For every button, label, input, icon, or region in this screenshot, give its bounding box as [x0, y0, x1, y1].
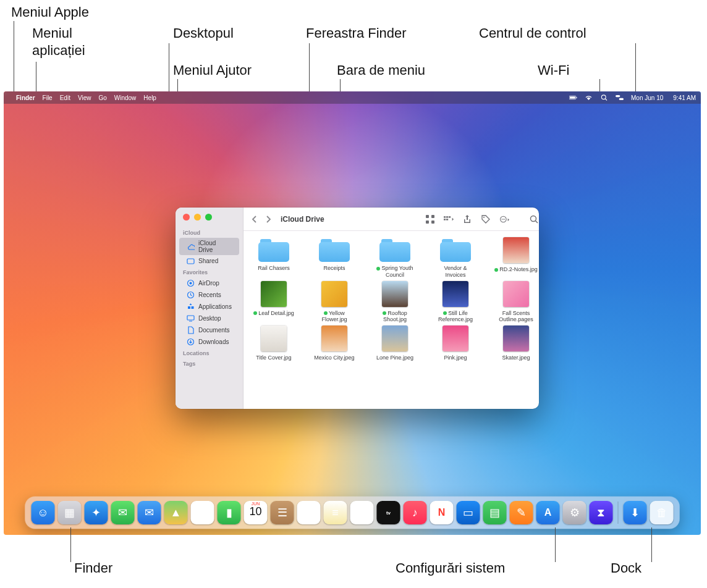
folder-icon	[379, 237, 410, 262]
menubar-date[interactable]: Mon Jun 10	[631, 94, 663, 101]
group-button[interactable]	[444, 214, 454, 224]
callout-wifi: Wi-Fi	[538, 62, 569, 79]
dock-trash[interactable]: 🗑	[650, 501, 674, 524]
dock-keynote[interactable]: ▭	[457, 501, 480, 524]
dock-settings[interactable]: ⚙	[563, 501, 586, 524]
tag-button[interactable]	[481, 214, 491, 224]
dock-notes[interactable]: ≡	[324, 501, 347, 524]
dock-mail[interactable]: ✉	[138, 501, 161, 524]
dock-separator	[618, 502, 619, 524]
svg-rect-16	[426, 220, 429, 224]
tag-dot	[376, 267, 380, 271]
thumbnail-icon	[321, 281, 347, 307]
battery-icon[interactable]	[569, 94, 577, 101]
window-title: iCloud Drive	[281, 215, 324, 224]
dock-reminders[interactable]: ☰	[297, 501, 321, 524]
file-item[interactable]: Still Life Reference.jpg	[434, 281, 477, 324]
tag-dot	[443, 311, 447, 315]
dock-screentime[interactable]: ⧗	[590, 501, 613, 524]
sidebar-item-label: Documents	[198, 327, 230, 334]
traffic-lights	[183, 214, 212, 220]
menubar-time[interactable]: 9:41 AM	[673, 94, 696, 101]
sidebar-item-desktop[interactable]: Desktop	[179, 313, 239, 324]
sidebar-item-label: Recents	[198, 292, 221, 298]
file-name: Yellow Flower.jpg	[313, 310, 356, 324]
dock-music[interactable]: ♪	[404, 501, 427, 524]
file-item[interactable]: Yellow Flower.jpg	[313, 281, 356, 324]
sidebar-item-downloads[interactable]: Downloads	[179, 336, 239, 348]
dock-contacts[interactable]: ☰	[271, 501, 294, 524]
doc-icon	[187, 326, 195, 334]
spotlight-icon[interactable]	[600, 94, 608, 101]
svg-point-23	[483, 217, 485, 218]
file-item[interactable]: Lone Pine.jpeg	[373, 326, 417, 361]
search-button[interactable]	[529, 214, 539, 224]
back-button[interactable]	[251, 216, 258, 223]
control-center-icon[interactable]	[616, 94, 624, 101]
more-button[interactable]	[499, 214, 509, 224]
minimize-button[interactable]	[194, 214, 201, 220]
file-item[interactable]: Fall Scents Outline.pages	[494, 281, 538, 324]
dock-maps[interactable]: ▲	[164, 501, 188, 524]
file-item[interactable]: Vendor & Invoices	[434, 237, 477, 279]
tag-dot	[383, 311, 386, 315]
callout-apple-menu: Meniul Apple	[11, 4, 89, 21]
callout-desktop: Desktopul	[173, 25, 234, 42]
file-item[interactable]: Mexico City.jpeg	[313, 326, 356, 361]
dock-facetime[interactable]: ▮	[218, 501, 241, 524]
down-icon	[187, 338, 195, 346]
menu-go[interactable]: Go	[98, 94, 106, 101]
menu-file[interactable]: File	[43, 94, 53, 101]
dock-numbers[interactable]: ▤	[483, 501, 507, 524]
zoom-button[interactable]	[205, 214, 212, 220]
view-icons-button[interactable]	[425, 214, 435, 224]
svg-rect-1	[570, 96, 575, 98]
dock-tv[interactable]: tv	[377, 501, 400, 524]
dock-finder[interactable]: ☺	[32, 501, 55, 524]
file-name: Spring Youth Council	[373, 265, 417, 279]
thumbnail-icon	[503, 237, 529, 263]
folder-icon	[258, 237, 289, 262]
menu-help[interactable]: Help	[143, 94, 156, 101]
sidebar-item-applications[interactable]: Applications	[179, 301, 239, 313]
sidebar-item-icloud-drive[interactable]: iCloud Drive	[179, 238, 239, 255]
dock-calendar[interactable]: JUN10	[244, 501, 268, 524]
file-item[interactable]: Rail Chasers	[252, 237, 295, 279]
dock-messages[interactable]: ✉	[111, 501, 135, 524]
dock-appstore[interactable]: A	[536, 501, 560, 524]
thumbnail-icon	[261, 326, 287, 351]
finder-toolbar: iCloud Drive	[243, 208, 539, 231]
sidebar-item-documents[interactable]: Documents	[179, 324, 239, 336]
dock-pages[interactable]: ✎	[510, 501, 533, 524]
close-button[interactable]	[183, 214, 190, 220]
share-button[interactable]	[462, 214, 472, 224]
dock-launchpad[interactable]: ▦	[58, 501, 82, 524]
file-name: Skater.jpeg	[502, 355, 530, 361]
menu-view[interactable]: View	[78, 94, 91, 101]
file-item[interactable]: RD.2-Notes.jpg	[494, 237, 538, 279]
dock-downloads[interactable]: ⬇	[624, 501, 647, 524]
file-item[interactable]: Receipts	[313, 237, 356, 279]
dock-freeform[interactable]: ✎	[350, 501, 374, 524]
app-menu[interactable]: Finder	[16, 94, 35, 101]
sidebar-item-shared[interactable]: Shared	[179, 255, 239, 267]
file-item[interactable]: Spring Youth Council	[373, 237, 417, 279]
callout-help-menu: Meniul Ajutor	[173, 62, 252, 79]
file-item[interactable]: Skater.jpeg	[494, 326, 538, 361]
file-item[interactable]: Pink.jpeg	[434, 326, 477, 361]
file-name: Still Life Reference.jpg	[434, 310, 477, 324]
sidebar-item-recents[interactable]: Recents	[179, 289, 239, 301]
menu-window[interactable]: Window	[114, 94, 137, 101]
svg-rect-20	[449, 216, 451, 217]
wifi-icon[interactable]	[585, 94, 593, 101]
sidebar-item-airdrop[interactable]: AirDrop	[179, 277, 239, 289]
file-item[interactable]: Leaf Detail.jpg	[252, 281, 295, 324]
file-item[interactable]: Title Cover.jpg	[252, 326, 295, 361]
dock-safari[interactable]: ✦	[85, 501, 108, 524]
forward-button[interactable]	[265, 216, 272, 223]
menu-edit[interactable]: Edit	[60, 94, 70, 101]
file-item[interactable]: Rooftop Shoot.jpg	[373, 281, 417, 324]
dock-photos[interactable]: ✿	[191, 501, 214, 524]
file-name: Fall Scents Outline.pages	[494, 310, 538, 324]
dock-news[interactable]: N	[430, 501, 454, 524]
